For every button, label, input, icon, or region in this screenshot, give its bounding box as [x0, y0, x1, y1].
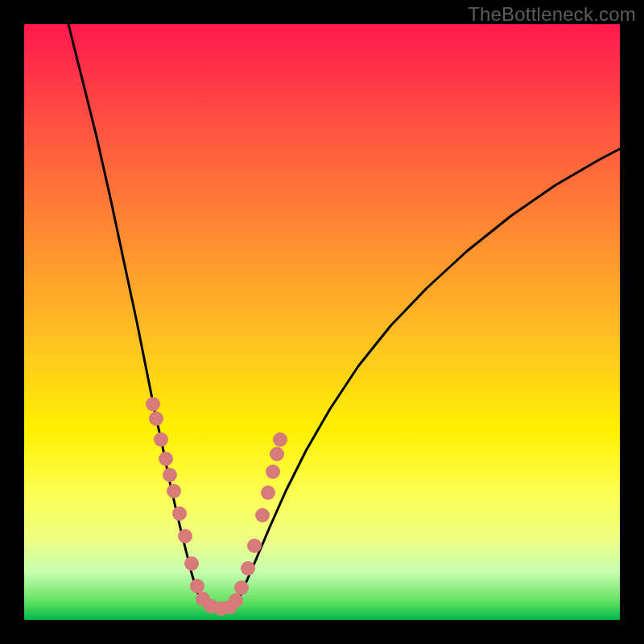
marker-dot [172, 506, 187, 521]
bottleneck-curve [68, 24, 620, 609]
marker-dot [154, 432, 168, 447]
watermark-text: TheBottleneck.com [468, 3, 636, 26]
marker-dot [234, 580, 249, 595]
marker-dot [159, 452, 173, 466]
marker-dot [229, 593, 243, 608]
marker-dot [241, 561, 255, 576]
v-curve [68, 24, 620, 609]
marker-dot [190, 579, 204, 593]
marker-dot [247, 539, 262, 553]
marker-dot [270, 447, 284, 461]
marker-dot [255, 508, 270, 522]
marker-dot [273, 432, 287, 447]
curve-layer [24, 24, 620, 620]
chart-frame: TheBottleneck.com [0, 0, 644, 644]
marker-dot [178, 529, 192, 543]
data-markers [146, 397, 287, 616]
marker-dot [266, 464, 280, 479]
plot-area [24, 24, 620, 620]
marker-dot [149, 411, 163, 426]
marker-dot [167, 484, 181, 498]
marker-dot [261, 485, 275, 500]
marker-dot [163, 468, 177, 482]
marker-dot [146, 397, 160, 411]
marker-dot [184, 556, 199, 571]
